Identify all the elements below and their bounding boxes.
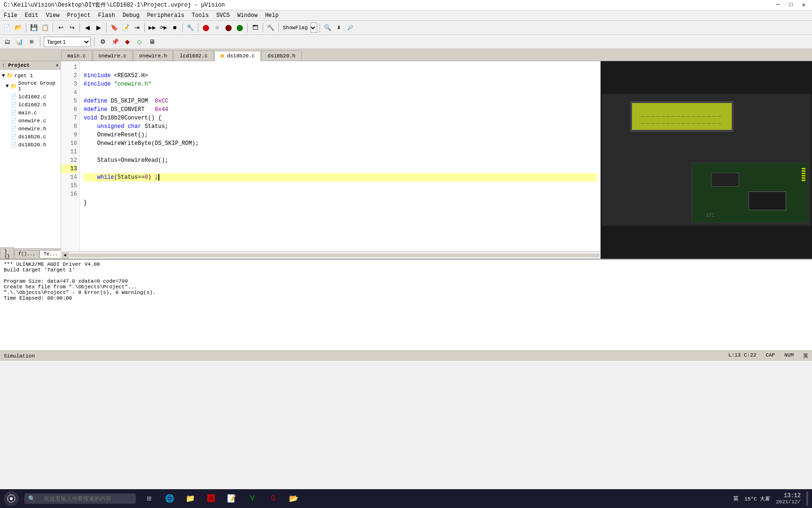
app3-icon[interactable]: V	[245, 491, 260, 506]
redo-button[interactable]: ↪	[67, 23, 77, 33]
tree-item-lcd1602c[interactable]: 📄 lcd1602.c	[0, 93, 61, 101]
bottom-tab-code[interactable]: } {}	[0, 247, 14, 259]
diamond1-button[interactable]: ◆	[122, 37, 133, 47]
editor-area[interactable]: 1 2 3 4 5 6 7 8 9 10 11 12 13 14 15 16 #…	[61, 61, 601, 259]
load-button[interactable]: ⬇	[334, 23, 344, 33]
menu-file[interactable]: File	[0, 11, 21, 20]
folder-icon: 📁	[10, 83, 17, 89]
tab-onewire-h[interactable]: onewire.h	[133, 50, 173, 61]
tab-onewire-c[interactable]: onewire.c	[93, 50, 133, 61]
app4-icon[interactable]: G	[265, 491, 281, 506]
project-window-button[interactable]: 🗂	[2, 37, 12, 47]
target-config-button[interactable]: ⚙	[98, 37, 108, 47]
tab-lcd1602-c[interactable]: lcd1602.c	[173, 50, 213, 61]
target-options-button[interactable]: 🔧	[185, 23, 195, 33]
rebuild-button[interactable]: ⟳▶	[158, 23, 169, 33]
tree-item-mainc[interactable]: 📄 main.c	[0, 109, 61, 117]
line-num: 2	[61, 71, 77, 80]
back-button[interactable]: ◀	[82, 23, 93, 33]
menu-peripherals[interactable]: Peripherals	[143, 11, 188, 20]
code-line-7: unsigned char Status;	[84, 123, 168, 130]
app2-icon[interactable]: 📝	[224, 491, 239, 506]
maximize-button[interactable]: □	[787, 1, 796, 8]
search-container[interactable]: 🔍	[24, 493, 136, 504]
edge-browser-icon[interactable]: 🌐	[162, 491, 177, 506]
code-editor[interactable]: #include <REGX52.H> #include "onewire.h"…	[80, 61, 601, 251]
titlebar: C:\Keil\uVision\Desktop\DIY套件\LCD1602-1\…	[0, 0, 812, 10]
start-button[interactable]	[4, 491, 19, 506]
view-button[interactable]: 🗔	[250, 23, 260, 33]
tree-item-lcd1602h[interactable]: 📄 lcd1602.h	[0, 101, 61, 109]
tab-main-c[interactable]: main.c	[61, 50, 92, 61]
tab-ds18b20-c[interactable]: ds18b20.c	[214, 51, 261, 61]
minimize-button[interactable]: —	[773, 1, 782, 8]
panel-title: : Project	[2, 63, 30, 68]
save-button[interactable]: 💾	[29, 23, 39, 33]
scroll-left-button[interactable]: ◀	[61, 252, 69, 259]
open-button[interactable]: 📂	[13, 23, 23, 33]
tab-label: main.c	[67, 53, 86, 59]
svg-point-1	[10, 497, 13, 500]
search-input[interactable]	[38, 493, 132, 504]
bookmark-button[interactable]: 🔖	[109, 23, 119, 33]
menu-svcs[interactable]: SVCS	[212, 11, 234, 20]
pin-button[interactable]: 📌	[110, 37, 120, 47]
editor-scroll: 1 2 3 4 5 6 7 8 9 10 11 12 13 14 15 16 #…	[61, 61, 601, 251]
statusbar-right: L:13 C:22 CAP NUM 英	[728, 352, 808, 359]
tab-ds18b20-h[interactable]: ds18b20.h	[261, 50, 301, 61]
code-line-6: void Ds18b20Convert() {	[84, 115, 162, 121]
expand-icon: ▼	[6, 83, 9, 89]
run-button[interactable]: ⬤	[201, 23, 211, 33]
tree-item-target[interactable]: ▼ 📁 rget 1	[0, 71, 61, 79]
tree-item-ds18b20h[interactable]: 📄 ds18b20.h	[0, 141, 61, 149]
comment-button[interactable]: 📝	[120, 23, 131, 33]
task-view-button[interactable]: ⊞	[141, 491, 156, 506]
scroll-track[interactable]	[70, 254, 600, 257]
menu-help[interactable]: Help	[261, 11, 282, 20]
reset-button[interactable]: ⬤	[234, 23, 245, 33]
cpu-button[interactable]: 🖥	[147, 37, 157, 47]
sep6	[182, 23, 183, 32]
undo-button[interactable]: ↩	[55, 23, 66, 33]
close-button[interactable]: ✕	[799, 1, 808, 8]
app1-icon[interactable]: 🅰	[203, 491, 219, 506]
file-icon: 📄	[10, 110, 17, 116]
tree-item-onewireh[interactable]: 📄 onewire.h	[0, 125, 61, 133]
bottom-tab-func[interactable]: f()...	[14, 250, 39, 258]
menu-tools[interactable]: Tools	[188, 11, 212, 20]
tree-item-source-group[interactable]: ▼ 📁 Source Group 1	[0, 79, 61, 93]
indent-button[interactable]: ⇥	[132, 23, 142, 33]
build-button[interactable]: ▶▶	[147, 23, 157, 33]
file-explorer-icon[interactable]: 📁	[183, 491, 198, 506]
menu-window[interactable]: Window	[234, 11, 261, 20]
new-file-button[interactable]: 📄	[2, 23, 12, 33]
menu-edit[interactable]: Edit	[21, 11, 42, 20]
menu-view[interactable]: View	[42, 11, 63, 20]
search-hex-button[interactable]: 🔍	[322, 23, 333, 33]
bottom-tab-te[interactable]: Te...	[39, 250, 61, 258]
menu-flash[interactable]: Flash	[94, 11, 119, 20]
output-button[interactable]: ⊞	[26, 37, 37, 47]
file-manager-icon[interactable]: 📂	[286, 491, 301, 506]
menu-project[interactable]: Project	[63, 11, 94, 20]
tree-item-onewirec[interactable]: 📄 onewire.c	[0, 117, 61, 125]
registers-button[interactable]: 📊	[14, 37, 24, 47]
language-icon[interactable]: 英	[733, 495, 739, 503]
target-select[interactable]: Target 1	[44, 37, 91, 47]
forward-button[interactable]: ▶	[94, 23, 104, 33]
step-button[interactable]: ○	[212, 23, 222, 33]
tree-item-ds18b20c[interactable]: 📄 ds18b20.c	[0, 133, 61, 141]
stop-build-button[interactable]: ⏹	[170, 23, 180, 33]
save-all-button[interactable]: 📋	[40, 23, 50, 33]
simulation-status: Simulation	[4, 353, 35, 359]
panel-close-button[interactable]: ✕	[55, 62, 59, 68]
step-over-button[interactable]: ⬤	[223, 23, 234, 33]
showflag-dropdown[interactable]	[311, 23, 317, 33]
diamond2-button[interactable]: ◇	[134, 37, 145, 47]
show-desktop-button[interactable]	[806, 492, 808, 506]
settings-button[interactable]: 🔨	[265, 23, 276, 33]
horizontal-scrollbar[interactable]: ◀	[61, 251, 601, 259]
menu-debug[interactable]: Debug	[119, 11, 143, 20]
code-line-16	[84, 208, 87, 214]
search-button[interactable]: 🔎	[345, 23, 355, 33]
